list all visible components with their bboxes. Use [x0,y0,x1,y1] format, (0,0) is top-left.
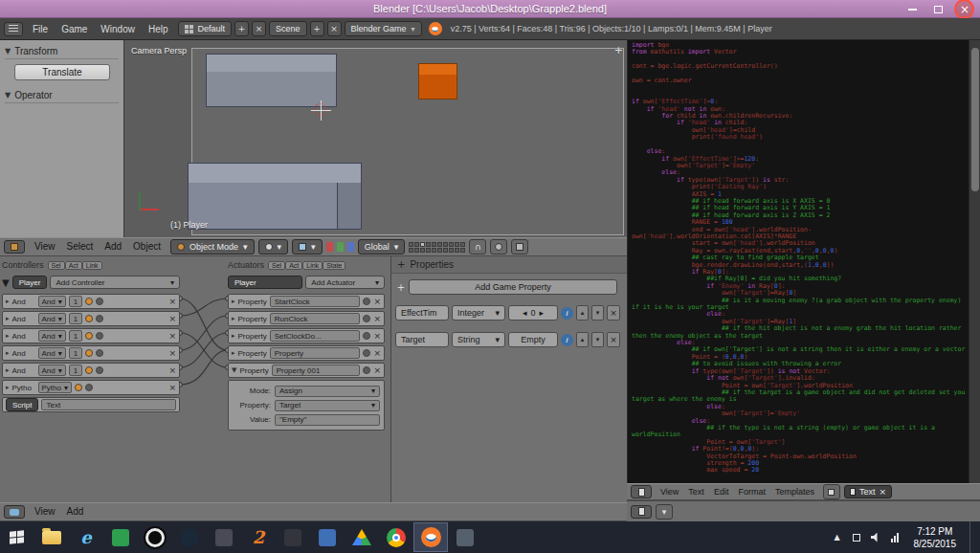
controller-state-icon[interactable] [85,298,93,305]
controller-brick[interactable]: ▸AndAnd▾1× [2,363,180,378]
editor-type-3dview-button[interactable] [4,240,25,254]
close-button[interactable]: × [952,2,977,17]
viewport-menu-object[interactable]: Object [127,241,167,252]
actuator-link-icon[interactable] [363,298,370,305]
collapse-icon[interactable]: ▼ [232,366,236,374]
screen-layout-dropdown[interactable]: Default [178,21,233,36]
text-editor-canvas[interactable]: import bgefrom mathutils import Vector c… [627,40,969,483]
logic-menu-view[interactable]: View [29,506,61,517]
info-menu-help[interactable]: Help [142,24,175,34]
actuators-owner-chip[interactable]: Player [228,276,302,289]
text-editor-scrollbar[interactable] [969,40,980,483]
collapse-right-icon[interactable]: ▸ [6,298,10,305]
collapse-right-icon[interactable]: ▸ [6,315,10,322]
add-controller-dropdown[interactable]: Add Controller ▾ [50,276,180,289]
manipulator-rotate-button[interactable] [337,242,344,252]
actuator-brick[interactable]: ▸PropertyRunClock× [228,311,385,326]
info-menu-file[interactable]: File [26,24,55,34]
controller-type-dropdown[interactable]: And▾ [38,330,66,342]
controller-priority-icon[interactable] [96,366,103,374]
controller-state-icon[interactable] [85,332,93,340]
mode-dropdown[interactable]: Object Mode ▾ [170,239,255,254]
actuators-toggle-link[interactable]: Link [302,261,323,270]
delete-property-button[interactable]: × [607,305,620,321]
operator-panel-header[interactable]: ▼ Operator [5,88,119,103]
actuator-name-field[interactable]: SetClockDo... [270,330,361,342]
controller-type-dropdown[interactable]: And▾ [38,313,66,324]
property-debug-icon[interactable]: i [561,307,573,320]
move-property-down-button[interactable]: ▾ [591,332,604,347]
close-scene-button[interactable]: × [327,21,342,36]
layers-widget[interactable] [409,242,465,253]
collapse-right-icon[interactable]: ▸ [6,384,10,391]
actuator-link-icon[interactable] [363,315,370,322]
controller-state-icon[interactable] [85,349,93,357]
show-desktop-button[interactable] [969,521,974,553]
actuators-toggle-act[interactable]: Act [285,261,302,270]
viewport-menu-add[interactable]: Add [99,241,127,252]
controller-priority-icon[interactable] [96,332,103,340]
actuator-brick[interactable]: ▸PropertyStartClock× [228,294,385,309]
taskbar-blender-button[interactable] [413,522,448,552]
text-datablock-field[interactable]: Text × [844,485,892,498]
controller-state-icon[interactable] [75,384,82,391]
stepper-left-icon[interactable]: ◂ [523,308,527,318]
move-property-up-button[interactable]: ▴ [576,305,589,321]
controller-state-icon[interactable] [85,315,93,322]
logic-editor[interactable]: Controllers SelActLink ▼ Player Add Cont… [0,256,627,502]
actuator-value-field[interactable]: "Empty" [275,414,380,426]
taskbar-google-drive-button[interactable] [345,522,379,552]
actuator-name-field[interactable]: Property 001 [272,365,361,376]
shading-dropdown[interactable]: ▾ [258,239,289,254]
controller-priority-icon[interactable] [96,315,103,322]
orientation-dropdown[interactable]: Global ▾ [358,239,406,254]
property-value-field[interactable]: ◂0▸ [508,305,558,321]
delete-actuator-button[interactable]: × [373,348,381,358]
actuator-name-field[interactable]: Property [270,347,361,359]
manipulator-translate-button[interactable] [326,242,333,252]
actuators-toggle-sel[interactable]: Sel [268,261,285,270]
delete-property-button[interactable]: × [607,332,620,347]
editor-type-logic-button[interactable] [4,505,25,519]
collapse-icon[interactable]: ▸ [232,349,235,357]
snap-magnet-button[interactable]: ∩ [469,239,486,254]
render-engine-dropdown[interactable]: Blender Game ▾ [345,21,422,36]
move-property-down-button[interactable]: ▾ [591,305,604,321]
pin-plus-icon[interactable]: + [395,279,407,295]
controller-type-dropdown[interactable]: Pytho▾ [38,382,72,393]
maximize-button[interactable] [926,2,949,17]
taskbar-app-slate-button[interactable] [448,522,482,552]
actuator-link-icon[interactable] [363,366,370,374]
text-menu-text[interactable]: Text [683,487,709,497]
controller-number-field[interactable]: 1 [69,313,82,324]
taskbar-file-explorer-button[interactable] [34,522,69,552]
actuator-mode-field[interactable]: Assign▾ [275,386,380,397]
taskbar-app-dark-1-button[interactable] [207,522,241,552]
pivot-dropdown[interactable]: ▾ [292,239,323,254]
collapse-icon[interactable]: ▸ [232,298,235,305]
controller-type-dropdown[interactable]: And▾ [38,365,66,376]
script-text-field[interactable]: Text [41,399,176,410]
taskbar-obs-button[interactable] [138,522,172,552]
collapse-icon[interactable]: ▸ [232,332,235,340]
property-type-dropdown[interactable]: Integer▾ [452,305,505,321]
controller-number-field[interactable]: 1 [69,365,82,376]
editor-type-text-button[interactable] [631,485,652,498]
controller-brick[interactable]: ▸AndAnd▾1× [2,311,180,326]
delete-controller-button[interactable]: × [168,314,176,323]
taskbar-internet-explorer-button[interactable]: e [69,522,103,552]
actuator-name-field[interactable]: RunClock [270,313,361,324]
actuator-link-icon[interactable] [363,349,370,357]
actuator-link-icon[interactable] [363,332,370,340]
controllers-toggle-act[interactable]: Act [65,261,82,270]
volume-icon[interactable] [870,532,881,543]
close-layout-button[interactable]: × [252,21,266,36]
editor-type-info-button[interactable] [4,22,23,36]
actuator-property-field[interactable]: Target▾ [275,400,380,411]
info-menu-window[interactable]: Window [94,24,142,34]
info-menu-game[interactable]: Game [55,24,94,34]
controllers-owner-chip[interactable]: Player [12,276,48,289]
property-debug-icon[interactable]: i [561,334,573,346]
taskbar-app-orange-2-button[interactable]: 2 [241,522,276,552]
delete-actuator-button[interactable]: × [373,297,381,306]
